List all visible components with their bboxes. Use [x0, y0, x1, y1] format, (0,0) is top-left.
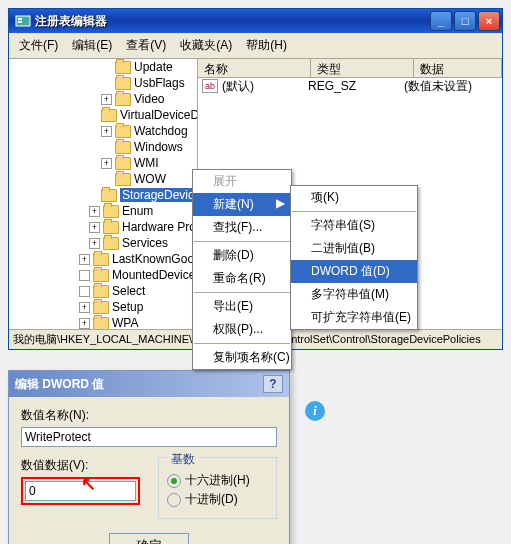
base-fieldset: 基数 十六进制(H) 十进制(D)	[158, 457, 277, 519]
edit-dword-dialog: 编辑 DWORD 值 ? 数值名称(N): 数值数据(V): 基数 十六进制(H…	[8, 370, 290, 544]
folder-icon	[93, 317, 109, 330]
submenu-arrow-icon: ▶	[276, 196, 285, 210]
tree-item[interactable]: VirtualDeviceDrivers	[9, 107, 197, 123]
tree-item[interactable]: +WMI	[9, 155, 197, 171]
context-menu[interactable]: 展开新建(N)▶查找(F)...删除(D)重命名(R)导出(E)权限(P)...…	[192, 169, 292, 370]
tree-item[interactable]: +Watchdog	[9, 123, 197, 139]
menu-item[interactable]: 字符串值(S)	[291, 214, 417, 237]
app-icon	[15, 13, 31, 29]
menu-item[interactable]: 项(K)	[291, 186, 417, 209]
tree-item[interactable]: Windows	[9, 139, 197, 155]
tree-item[interactable]: UsbFlags	[9, 75, 197, 91]
menu-item[interactable]: 删除(D)	[193, 244, 291, 267]
menu-item[interactable]: 权限(P)...	[193, 318, 291, 341]
annotation-arrow-icon: ↖	[81, 473, 96, 495]
tree-label: Video	[134, 92, 164, 106]
radio-hex[interactable]: 十六进制(H)	[167, 472, 268, 489]
col-type[interactable]: 类型	[311, 59, 414, 77]
value-data: (数值未设置)	[404, 78, 472, 95]
tree-item[interactable]: +LastKnownGoodRecovery	[9, 251, 197, 267]
window-buttons: _ □ ×	[430, 11, 500, 31]
tree-item[interactable]: Update	[9, 59, 197, 75]
expand-icon[interactable]: +	[79, 302, 90, 313]
menu-help[interactable]: 帮助(H)	[240, 35, 293, 56]
folder-icon	[103, 221, 119, 234]
folder-icon	[93, 253, 109, 266]
name-input[interactable]	[21, 427, 277, 447]
tree-item[interactable]: StorageDevicePolicies	[9, 187, 197, 203]
menu-item[interactable]: DWORD 值(D)	[291, 260, 417, 283]
tree-label: Windows	[134, 140, 183, 154]
string-value-icon: ab	[202, 79, 218, 93]
expand-icon[interactable]: +	[101, 158, 112, 169]
dialog-titlebar[interactable]: 编辑 DWORD 值 ?	[9, 371, 289, 397]
list-row[interactable]: ab (默认) REG_SZ (数值未设置)	[198, 78, 502, 94]
menu-item[interactable]: 多字符串值(M)	[291, 283, 417, 306]
base-legend: 基数	[167, 451, 199, 468]
menu-item[interactable]: 新建(N)▶	[193, 193, 291, 216]
menu-item[interactable]: 二进制值(B)	[291, 237, 417, 260]
menu-item[interactable]: 查找(F)...	[193, 216, 291, 239]
menu-item[interactable]: 重命名(R)	[193, 267, 291, 290]
tree-label: Select	[112, 284, 145, 298]
ok-button[interactable]: 确定	[109, 533, 189, 544]
new-submenu[interactable]: 项(K)字符串值(S)二进制值(B)DWORD 值(D)多字符串值(M)可扩充字…	[290, 185, 418, 330]
folder-icon	[101, 189, 117, 202]
tree-label: Update	[134, 60, 173, 74]
folder-icon	[115, 173, 131, 186]
expand-icon[interactable]: +	[101, 126, 112, 137]
tree-item[interactable]: +Hardware Profiles	[9, 219, 197, 235]
svg-rect-2	[18, 21, 22, 23]
tree-label: Setup	[112, 300, 143, 314]
col-name[interactable]: 名称	[198, 59, 311, 77]
folder-icon	[103, 205, 119, 218]
tree-item[interactable]: Select	[9, 283, 197, 299]
col-data[interactable]: 数据	[414, 59, 502, 77]
folder-icon	[115, 157, 131, 170]
menu-edit[interactable]: 编辑(E)	[66, 35, 118, 56]
radio-icon	[167, 474, 181, 488]
value-name: (默认)	[222, 78, 308, 95]
menubar: 文件(F) 编辑(E) 查看(V) 收藏夹(A) 帮助(H)	[9, 33, 502, 59]
menu-file[interactable]: 文件(F)	[13, 35, 64, 56]
menu-favorites[interactable]: 收藏夹(A)	[174, 35, 238, 56]
tree-label: WMI	[134, 156, 159, 170]
expand-icon[interactable]: +	[101, 94, 112, 105]
expand-icon[interactable]: +	[89, 222, 100, 233]
radio-dec[interactable]: 十进制(D)	[167, 491, 268, 508]
dialog-title: 编辑 DWORD 值	[15, 376, 104, 393]
tree-item[interactable]: +Setup	[9, 299, 197, 315]
expand-icon[interactable]: +	[89, 206, 100, 217]
tree-label: MountedDevices	[112, 268, 198, 282]
tree-item[interactable]: +Enum	[9, 203, 197, 219]
tree-item[interactable]: WOW	[9, 171, 197, 187]
tree-item[interactable]: MountedDevices	[9, 267, 197, 283]
svg-rect-1	[18, 18, 22, 20]
tree-label: Hardware Profiles	[122, 220, 198, 234]
value-list[interactable]: 名称 类型 数据 ab (默认) REG_SZ (数值未设置) 展开新建(N)▶…	[198, 59, 502, 329]
titlebar[interactable]: 注册表编辑器 _ □ ×	[9, 9, 502, 33]
menu-view[interactable]: 查看(V)	[120, 35, 172, 56]
menu-item[interactable]: 复制项名称(C)	[193, 346, 291, 369]
name-label: 数值名称(N):	[21, 407, 277, 424]
expand-icon[interactable]: +	[79, 318, 90, 329]
tree-label: VirtualDeviceDrivers	[120, 108, 198, 122]
tree-label: WPA	[112, 316, 138, 329]
menu-item[interactable]: 可扩充字符串值(E)	[291, 306, 417, 329]
expand-icon[interactable]	[79, 286, 90, 297]
tree-label: Enum	[122, 204, 153, 218]
minimize-button[interactable]: _	[430, 11, 452, 31]
folder-icon	[115, 125, 131, 138]
expand-icon[interactable]: +	[89, 238, 100, 249]
expand-icon[interactable]: +	[79, 254, 90, 265]
expand-icon[interactable]	[79, 270, 90, 281]
tree-label: Watchdog	[134, 124, 188, 138]
menu-item[interactable]: 导出(E)	[193, 295, 291, 318]
close-button[interactable]: ×	[478, 11, 500, 31]
registry-tree[interactable]: UpdateUsbFlags+VideoVirtualDeviceDrivers…	[9, 59, 198, 329]
tree-item[interactable]: +Services	[9, 235, 197, 251]
tree-item[interactable]: +WPA	[9, 315, 197, 329]
help-button[interactable]: ?	[263, 375, 283, 393]
maximize-button[interactable]: □	[454, 11, 476, 31]
tree-item[interactable]: +Video	[9, 91, 197, 107]
